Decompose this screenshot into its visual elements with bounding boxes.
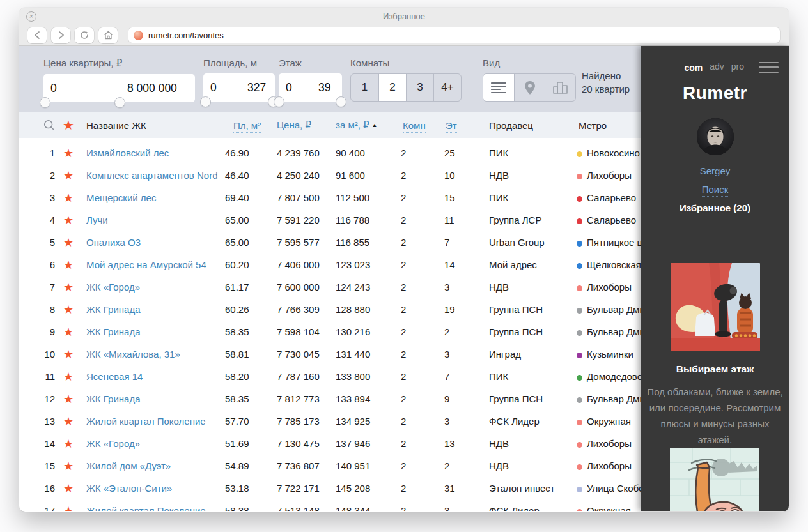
favorite-star-icon[interactable]: ★: [55, 416, 82, 427]
row-number: 12: [19, 393, 55, 404]
floor-filter-label: Этаж: [279, 57, 342, 68]
article-illustration-periscope[interactable]: [671, 263, 760, 351]
price-max-input[interactable]: 8 000 000: [120, 74, 195, 102]
column-header-per-m2[interactable]: за м², ₽▲: [336, 119, 400, 131]
seller-value: НДВ: [489, 282, 575, 293]
area-filter-label: Площадь, м: [203, 57, 275, 68]
view-buildings-button[interactable]: [545, 74, 575, 101]
floor-min-slider-handle[interactable]: [274, 96, 284, 107]
sidebar-user-link[interactable]: Sergey: [700, 165, 731, 178]
favorite-star-icon[interactable]: ★: [55, 393, 82, 405]
address-bar[interactable]: rumetr.com/favorites: [128, 27, 781, 43]
back-button[interactable]: [27, 27, 47, 43]
favorite-star-icon[interactable]: ★: [55, 371, 82, 383]
view-list-button[interactable]: [483, 74, 514, 101]
price-value: 7 600 000: [277, 282, 336, 293]
rooms-option-1[interactable]: 1: [351, 74, 378, 101]
favorite-star-icon[interactable]: ★: [55, 170, 82, 181]
price-value: 7 812 773: [277, 393, 336, 404]
rooms-value: 2: [400, 483, 444, 494]
complex-name-link[interactable]: Опалиха О3: [86, 237, 141, 248]
complex-name-link[interactable]: Измайловский лес: [86, 148, 169, 158]
favorite-star-icon[interactable]: ★: [55, 505, 82, 512]
forward-button[interactable]: [51, 27, 70, 43]
floor-min-input[interactable]: 0: [279, 73, 311, 102]
window-close-button[interactable]: ×: [26, 11, 36, 22]
complex-name-link[interactable]: ЖК «Эталон-Сити»: [86, 483, 172, 494]
price-per-m2-value: 91 600: [336, 170, 400, 181]
floor-max-slider-handle[interactable]: [336, 96, 346, 107]
price-value: 7 513 148: [277, 505, 336, 511]
filter-bar: Цена квартиры, ₽ 0 8 000 000 Площадь, м …: [19, 46, 641, 112]
reload-icon: [80, 31, 89, 40]
complex-name-link[interactable]: Ясеневая 14: [86, 371, 143, 382]
complex-name-link[interactable]: Мещерский лес: [86, 192, 156, 203]
column-header-rooms[interactable]: Комн: [400, 120, 444, 131]
column-header-floor[interactable]: Эт: [444, 120, 489, 131]
complex-name-link[interactable]: ЖК Гринада: [86, 326, 140, 337]
price-value: 7 130 475: [277, 438, 336, 449]
area-value: 58.35: [225, 326, 277, 337]
table-row: 9 ★ ЖК Гринада 58.35 7 598 104 130 216 2…: [19, 321, 641, 343]
rooms-option-4+[interactable]: 4+: [433, 74, 461, 101]
favorite-star-icon[interactable]: ★: [55, 237, 82, 248]
favorite-star-icon[interactable]: ★: [55, 282, 82, 293]
area-min-slider-handle[interactable]: [200, 96, 211, 107]
complex-name-link[interactable]: ЖК Гринада: [86, 304, 140, 315]
complex-name-link[interactable]: ЖК «Михайлова, 31»: [86, 349, 180, 360]
favorite-star-icon[interactable]: ★: [55, 148, 82, 159]
home-icon: [104, 31, 113, 40]
column-header-price[interactable]: Цена, ₽: [277, 119, 336, 131]
price-max-slider-handle[interactable]: [114, 97, 125, 108]
favorite-star-icon[interactable]: ★: [55, 304, 82, 315]
rooms-value: 2: [400, 170, 444, 181]
hamburger-menu-icon[interactable]: [759, 62, 779, 73]
favorite-star-icon[interactable]: ★: [55, 438, 82, 450]
complex-name-link[interactable]: Мой адрес на Амурской 54: [86, 259, 206, 270]
complex-name-link[interactable]: Жилой квартал Поколение: [86, 505, 206, 511]
rooms-filter: Комнаты 1234+: [350, 57, 462, 102]
complex-name-link[interactable]: Жилой квартал Поколение: [86, 416, 206, 427]
price-min-slider-handle[interactable]: [40, 97, 50, 108]
favorite-star-icon[interactable]: ★: [55, 192, 82, 204]
table-row: 10 ★ ЖК «Михайлова, 31» 58.81 7 730 045 …: [19, 343, 641, 365]
complex-name-link[interactable]: Комплекс апартаментов Nord: [86, 170, 218, 181]
row-number: 9: [19, 326, 55, 337]
reload-button[interactable]: [75, 27, 94, 43]
nav-adv[interactable]: adv: [710, 61, 724, 73]
favorites-column-star-icon[interactable]: ★: [55, 119, 82, 132]
favorite-star-icon[interactable]: ★: [55, 460, 82, 472]
complex-name-link[interactable]: ЖК «Город»: [86, 438, 140, 449]
sidebar: com adv pro Rumetr: [641, 46, 789, 511]
seller-value: ПИК: [489, 371, 575, 382]
search-cell[interactable]: [19, 119, 55, 132]
avatar[interactable]: [697, 118, 734, 155]
price-min-input[interactable]: 0: [43, 74, 120, 102]
nav-com[interactable]: com: [684, 63, 703, 73]
home-button[interactable]: [98, 27, 118, 43]
rooms-value: 2: [400, 416, 444, 427]
favorite-star-icon[interactable]: ★: [55, 349, 82, 360]
complex-name-link[interactable]: Жилой дом «Дуэт»: [86, 460, 171, 471]
view-map-button[interactable]: [514, 74, 545, 101]
metro-cell: Лихоборы: [575, 282, 641, 293]
article-card-2[interactable]: [670, 448, 759, 511]
complex-name-link[interactable]: Лучи: [86, 215, 108, 225]
nav-pro[interactable]: pro: [731, 61, 744, 73]
rooms-option-3[interactable]: 3: [406, 74, 433, 101]
rooms-value: 2: [400, 438, 444, 449]
metro-cell: Саларьево: [575, 192, 641, 203]
sidebar-favorites-current: Избранное (20): [680, 202, 750, 213]
complex-name-link[interactable]: ЖК «Город»: [86, 282, 140, 293]
favorite-star-icon[interactable]: ★: [55, 326, 82, 338]
article-title-link[interactable]: Выбираем этаж: [676, 363, 754, 377]
complex-name-link[interactable]: ЖК Гринада: [86, 393, 140, 404]
favorite-star-icon[interactable]: ★: [55, 259, 82, 271]
table-row: 1 ★ Измайловский лес 46.90 4 239 760 90 …: [19, 142, 641, 164]
favorite-star-icon[interactable]: ★: [55, 483, 82, 494]
column-header-area[interactable]: Пл, м²: [225, 120, 277, 131]
rooms-option-2[interactable]: 2: [378, 74, 406, 101]
favorite-star-icon[interactable]: ★: [55, 215, 82, 226]
sidebar-search-link[interactable]: Поиск: [702, 184, 729, 197]
price-per-m2-value: 130 216: [336, 326, 400, 337]
